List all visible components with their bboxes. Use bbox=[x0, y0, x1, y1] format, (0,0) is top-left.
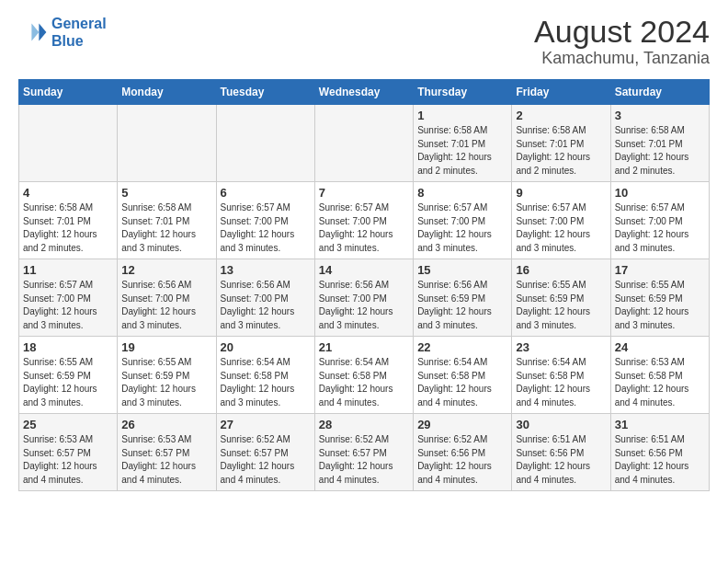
logo: General Blue bbox=[18, 15, 107, 50]
weekday-header-sunday: Sunday bbox=[19, 80, 118, 105]
calendar-cell: 11Sunrise: 6:57 AM Sunset: 7:00 PM Dayli… bbox=[19, 259, 118, 337]
calendar-cell: 24Sunrise: 6:53 AM Sunset: 6:58 PM Dayli… bbox=[610, 337, 709, 414]
calendar-cell: 15Sunrise: 6:56 AM Sunset: 6:59 PM Dayli… bbox=[414, 259, 512, 337]
day-number: 8 bbox=[417, 186, 507, 200]
logo-line2: Blue bbox=[51, 33, 84, 49]
logo-text: General Blue bbox=[51, 15, 107, 50]
weekday-header-monday: Monday bbox=[118, 80, 216, 105]
day-info: Sunrise: 6:54 AM Sunset: 6:58 PM Dayligh… bbox=[516, 356, 606, 409]
day-number: 20 bbox=[221, 340, 311, 354]
calendar-cell: 17Sunrise: 6:55 AM Sunset: 6:59 PM Dayli… bbox=[610, 259, 709, 337]
day-info: Sunrise: 6:52 AM Sunset: 6:56 PM Dayligh… bbox=[417, 433, 507, 487]
day-number: 6 bbox=[221, 186, 311, 200]
day-info: Sunrise: 6:57 AM Sunset: 7:00 PM Dayligh… bbox=[516, 201, 606, 255]
calendar-week-2: 4Sunrise: 6:58 AM Sunset: 7:01 PM Daylig… bbox=[19, 182, 710, 259]
day-number: 25 bbox=[23, 418, 113, 431]
day-info: Sunrise: 6:56 AM Sunset: 6:59 PM Dayligh… bbox=[417, 279, 507, 332]
day-number: 26 bbox=[121, 418, 211, 431]
day-info: Sunrise: 6:55 AM Sunset: 6:59 PM Dayligh… bbox=[23, 356, 113, 409]
logo-line1: General bbox=[51, 16, 107, 31]
calendar-cell: 28Sunrise: 6:52 AM Sunset: 6:57 PM Dayli… bbox=[314, 414, 413, 491]
calendar-cell: 7Sunrise: 6:57 AM Sunset: 7:00 PM Daylig… bbox=[314, 182, 413, 259]
calendar-cell: 19Sunrise: 6:55 AM Sunset: 6:59 PM Dayli… bbox=[118, 337, 216, 414]
calendar-cell: 4Sunrise: 6:58 AM Sunset: 7:01 PM Daylig… bbox=[19, 182, 118, 259]
calendar-cell: 27Sunrise: 6:52 AM Sunset: 6:57 PM Dayli… bbox=[216, 414, 314, 491]
day-number: 23 bbox=[516, 340, 606, 354]
day-info: Sunrise: 6:58 AM Sunset: 7:01 PM Dayligh… bbox=[23, 201, 113, 255]
title-block: August 2024 Kamachumu, Tanzania bbox=[534, 15, 710, 68]
day-info: Sunrise: 6:54 AM Sunset: 6:58 PM Dayligh… bbox=[319, 356, 409, 409]
day-number: 16 bbox=[516, 263, 606, 277]
day-number: 18 bbox=[23, 340, 113, 354]
day-info: Sunrise: 6:54 AM Sunset: 6:58 PM Dayligh… bbox=[417, 356, 507, 409]
day-info: Sunrise: 6:54 AM Sunset: 6:58 PM Dayligh… bbox=[221, 356, 311, 409]
day-number: 3 bbox=[615, 109, 705, 122]
svg-marker-1 bbox=[31, 24, 39, 41]
calendar-cell: 1Sunrise: 6:58 AM Sunset: 7:01 PM Daylig… bbox=[414, 105, 512, 182]
calendar-cell: 23Sunrise: 6:54 AM Sunset: 6:58 PM Dayli… bbox=[512, 337, 610, 414]
calendar-table: SundayMondayTuesdayWednesdayThursdayFrid… bbox=[18, 79, 710, 491]
day-number: 4 bbox=[23, 186, 113, 200]
calendar-cell: 18Sunrise: 6:55 AM Sunset: 6:59 PM Dayli… bbox=[19, 337, 118, 414]
day-number: 11 bbox=[23, 263, 113, 277]
day-number: 7 bbox=[319, 186, 409, 200]
day-info: Sunrise: 6:57 AM Sunset: 7:00 PM Dayligh… bbox=[23, 279, 113, 332]
calendar-cell: 13Sunrise: 6:56 AM Sunset: 7:00 PM Dayli… bbox=[216, 259, 314, 337]
day-info: Sunrise: 6:57 AM Sunset: 7:00 PM Dayligh… bbox=[417, 201, 507, 255]
day-info: Sunrise: 6:51 AM Sunset: 6:56 PM Dayligh… bbox=[516, 433, 606, 487]
calendar-cell bbox=[216, 105, 314, 182]
day-number: 1 bbox=[417, 109, 507, 122]
day-number: 10 bbox=[615, 186, 705, 200]
calendar-cell: 8Sunrise: 6:57 AM Sunset: 7:00 PM Daylig… bbox=[414, 182, 512, 259]
day-info: Sunrise: 6:57 AM Sunset: 7:00 PM Dayligh… bbox=[319, 201, 409, 255]
calendar-week-3: 11Sunrise: 6:57 AM Sunset: 7:00 PM Dayli… bbox=[19, 259, 710, 337]
day-info: Sunrise: 6:56 AM Sunset: 7:00 PM Dayligh… bbox=[221, 279, 311, 332]
calendar-cell: 16Sunrise: 6:55 AM Sunset: 6:59 PM Dayli… bbox=[512, 259, 610, 337]
calendar-cell: 22Sunrise: 6:54 AM Sunset: 6:58 PM Dayli… bbox=[414, 337, 512, 414]
calendar-cell: 12Sunrise: 6:56 AM Sunset: 7:00 PM Dayli… bbox=[118, 259, 216, 337]
calendar-cell: 25Sunrise: 6:53 AM Sunset: 6:57 PM Dayli… bbox=[19, 414, 118, 491]
logo-icon bbox=[18, 17, 48, 47]
calendar-cell: 10Sunrise: 6:57 AM Sunset: 7:00 PM Dayli… bbox=[610, 182, 709, 259]
day-info: Sunrise: 6:53 AM Sunset: 6:57 PM Dayligh… bbox=[23, 433, 113, 487]
calendar-cell: 3Sunrise: 6:58 AM Sunset: 7:01 PM Daylig… bbox=[610, 105, 709, 182]
calendar-week-5: 25Sunrise: 6:53 AM Sunset: 6:57 PM Dayli… bbox=[19, 414, 710, 491]
day-number: 29 bbox=[417, 418, 507, 431]
day-info: Sunrise: 6:52 AM Sunset: 6:57 PM Dayligh… bbox=[319, 433, 409, 487]
weekday-header-thursday: Thursday bbox=[414, 80, 512, 105]
weekday-header-wednesday: Wednesday bbox=[314, 80, 413, 105]
day-info: Sunrise: 6:58 AM Sunset: 7:01 PM Dayligh… bbox=[615, 124, 705, 178]
calendar-cell: 31Sunrise: 6:51 AM Sunset: 6:56 PM Dayli… bbox=[610, 414, 709, 491]
day-number: 17 bbox=[615, 263, 705, 277]
calendar-cell: 26Sunrise: 6:53 AM Sunset: 6:57 PM Dayli… bbox=[118, 414, 216, 491]
day-info: Sunrise: 6:58 AM Sunset: 7:01 PM Dayligh… bbox=[516, 124, 606, 178]
day-info: Sunrise: 6:55 AM Sunset: 6:59 PM Dayligh… bbox=[121, 356, 211, 409]
day-info: Sunrise: 6:55 AM Sunset: 6:59 PM Dayligh… bbox=[615, 279, 705, 332]
day-number: 22 bbox=[417, 340, 507, 354]
day-info: Sunrise: 6:51 AM Sunset: 6:56 PM Dayligh… bbox=[615, 433, 705, 487]
day-info: Sunrise: 6:58 AM Sunset: 7:01 PM Dayligh… bbox=[417, 124, 507, 178]
day-info: Sunrise: 6:56 AM Sunset: 7:00 PM Dayligh… bbox=[319, 279, 409, 332]
day-number: 13 bbox=[221, 263, 311, 277]
day-info: Sunrise: 6:53 AM Sunset: 6:57 PM Dayligh… bbox=[121, 433, 211, 487]
calendar-cell: 14Sunrise: 6:56 AM Sunset: 7:00 PM Dayli… bbox=[314, 259, 413, 337]
weekday-header-tuesday: Tuesday bbox=[216, 80, 314, 105]
calendar-subtitle: Kamachumu, Tanzania bbox=[534, 49, 710, 68]
day-number: 5 bbox=[121, 186, 211, 200]
day-info: Sunrise: 6:56 AM Sunset: 7:00 PM Dayligh… bbox=[121, 279, 211, 332]
calendar-cell: 9Sunrise: 6:57 AM Sunset: 7:00 PM Daylig… bbox=[512, 182, 610, 259]
calendar-cell: 5Sunrise: 6:58 AM Sunset: 7:01 PM Daylig… bbox=[118, 182, 216, 259]
day-info: Sunrise: 6:55 AM Sunset: 6:59 PM Dayligh… bbox=[516, 279, 606, 332]
day-number: 24 bbox=[615, 340, 705, 354]
page-header: General Blue August 2024 Kamachumu, Tanz… bbox=[18, 15, 710, 68]
weekday-header-friday: Friday bbox=[512, 80, 610, 105]
day-number: 15 bbox=[417, 263, 507, 277]
calendar-cell: 30Sunrise: 6:51 AM Sunset: 6:56 PM Dayli… bbox=[512, 414, 610, 491]
calendar-cell: 20Sunrise: 6:54 AM Sunset: 6:58 PM Dayli… bbox=[216, 337, 314, 414]
day-info: Sunrise: 6:58 AM Sunset: 7:01 PM Dayligh… bbox=[121, 201, 211, 255]
calendar-cell bbox=[314, 105, 413, 182]
weekday-header-saturday: Saturday bbox=[610, 80, 709, 105]
day-number: 28 bbox=[319, 418, 409, 431]
calendar-week-1: 1Sunrise: 6:58 AM Sunset: 7:01 PM Daylig… bbox=[19, 105, 710, 182]
svg-marker-0 bbox=[39, 24, 46, 41]
